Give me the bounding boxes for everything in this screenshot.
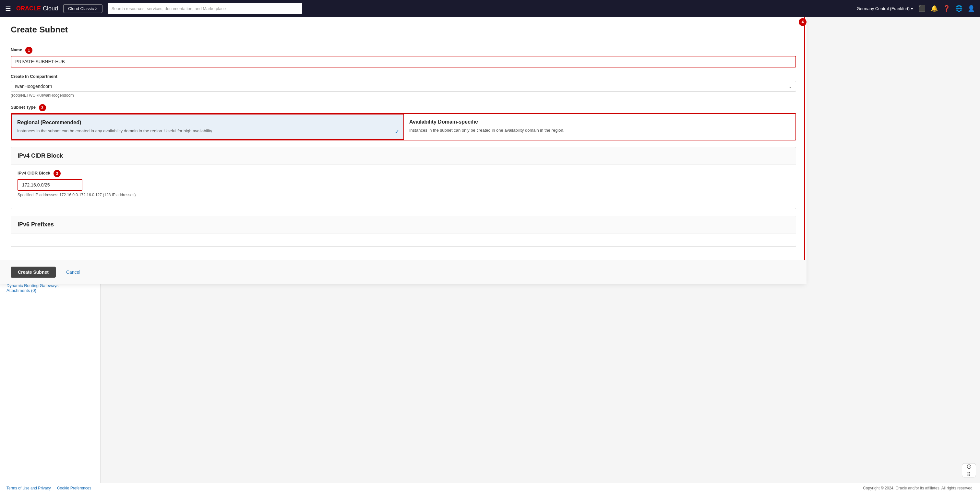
terms-link[interactable]: Terms of Use and Privacy xyxy=(6,486,51,490)
compartment-field-label: Create In Compartment xyxy=(11,74,796,79)
step1-badge: 1 xyxy=(25,47,32,54)
bell-icon[interactable]: 🔔 xyxy=(931,5,938,12)
ipv4-cidr-group: IPv4 CIDR Block 3 Specified IP addresses… xyxy=(18,170,789,197)
compartment-group: Create In Compartment IwanHoogendoorn (r… xyxy=(11,74,796,98)
ad-desc: Instances in the subnet can only be crea… xyxy=(409,127,790,133)
ipv4-cidr-label: IPv4 CIDR Block 3 xyxy=(18,170,789,177)
subnet-type-label: Subnet Type 2 xyxy=(11,104,796,111)
modal-title: Create Subnet xyxy=(11,25,796,35)
create-subnet-panel[interactable]: 4 Create Subnet Name 1 Create In Compart… xyxy=(0,17,807,284)
create-subnet-submit-button[interactable]: Create Subnet xyxy=(11,267,56,278)
name-group: Name 1 xyxy=(11,47,796,67)
hamburger-menu-icon[interactable]: ☰ xyxy=(5,5,11,12)
ad-title: Availability Domain-specific xyxy=(409,119,790,125)
form-section: Name 1 Create In Compartment IwanHoogend… xyxy=(0,40,807,260)
modal-header: Create Subnet xyxy=(0,17,807,40)
ipv4-hint: Specified IP addresses: 172.16.0.0-172.1… xyxy=(18,192,789,197)
help-dots-icon: ⠿ xyxy=(967,471,971,478)
help-circle-icon: ⊙ xyxy=(966,463,972,470)
compartment-hint: (root)/NETWORK/IwanHoogendoorn xyxy=(11,93,796,98)
terminal-icon[interactable]: ⬛ xyxy=(918,5,926,12)
name-input[interactable] xyxy=(11,56,796,67)
cloud-text: Cloud xyxy=(43,5,58,12)
modal-footer: Create Subnet Cancel xyxy=(0,260,807,284)
footer-left: Terms of Use and Privacy Cookie Preferen… xyxy=(6,486,91,490)
annotation-line xyxy=(804,17,805,284)
step3-badge: 3 xyxy=(54,170,60,177)
ipv6-section-body xyxy=(11,234,796,247)
ipv6-section: IPv6 Prefixes xyxy=(11,216,796,247)
search-placeholder: Search resources, services, documentatio… xyxy=(111,6,226,11)
help-icon[interactable]: ❓ xyxy=(943,5,950,12)
ipv4-section: IPv4 CIDR Block IPv4 CIDR Block 3 Specif… xyxy=(11,147,796,209)
nav-right: Germany Central (Frankfurt) ▾ ⬛ 🔔 ❓ 🌐 👤 xyxy=(857,5,975,12)
ipv4-section-header: IPv4 CIDR Block xyxy=(11,147,796,165)
top-navigation: ☰ ORACLE Cloud Cloud Classic > Search re… xyxy=(0,0,980,17)
cloud-classic-button[interactable]: Cloud Classic > xyxy=(63,4,102,13)
help-button[interactable]: ⊙ ⠿ xyxy=(962,463,976,477)
ad-specific-option[interactable]: Availability Domain-specific Instances i… xyxy=(404,114,795,140)
regional-title: Regional (Recommended) xyxy=(17,120,398,126)
search-bar[interactable]: Search resources, services, documentatio… xyxy=(108,3,302,14)
ipv4-section-body: IPv4 CIDR Block 3 Specified IP addresses… xyxy=(11,165,796,209)
subnet-type-group: Subnet Type 2 Regional (Recommended) Ins… xyxy=(11,104,796,140)
cancel-button[interactable]: Cancel xyxy=(61,267,86,278)
regional-option[interactable]: Regional (Recommended) Instances in the … xyxy=(11,114,404,140)
compartment-select-wrapper: IwanHoogendoorn xyxy=(11,81,796,92)
oracle-text: ORACLE xyxy=(16,5,41,12)
regional-desc: Instances in the subnet can be created i… xyxy=(17,128,398,134)
step4-badge: 4 xyxy=(799,18,807,26)
globe-icon[interactable]: 🌐 xyxy=(955,5,963,12)
step2-badge: 2 xyxy=(39,104,46,111)
region-selector[interactable]: Germany Central (Frankfurt) ▾ xyxy=(857,6,913,11)
page-footer: Terms of Use and Privacy Cookie Preferen… xyxy=(0,483,980,493)
subnet-type-selector: Regional (Recommended) Instances in the … xyxy=(11,113,796,140)
chevron-down-icon: ▾ xyxy=(911,6,913,11)
footer-copyright: Copyright © 2024, Oracle and/or its affi… xyxy=(863,486,974,490)
ipv4-cidr-input[interactable] xyxy=(18,179,83,191)
oracle-logo: ORACLE Cloud xyxy=(16,5,58,12)
region-label: Germany Central (Frankfurt) xyxy=(857,6,910,11)
user-icon[interactable]: 👤 xyxy=(968,5,975,12)
check-icon: ✓ xyxy=(395,128,399,135)
cookie-link[interactable]: Cookie Preferences xyxy=(57,486,91,490)
ipv6-section-header: IPv6 Prefixes xyxy=(11,216,796,234)
name-label: Name 1 xyxy=(11,47,796,54)
compartment-select[interactable]: IwanHoogendoorn xyxy=(11,81,796,92)
